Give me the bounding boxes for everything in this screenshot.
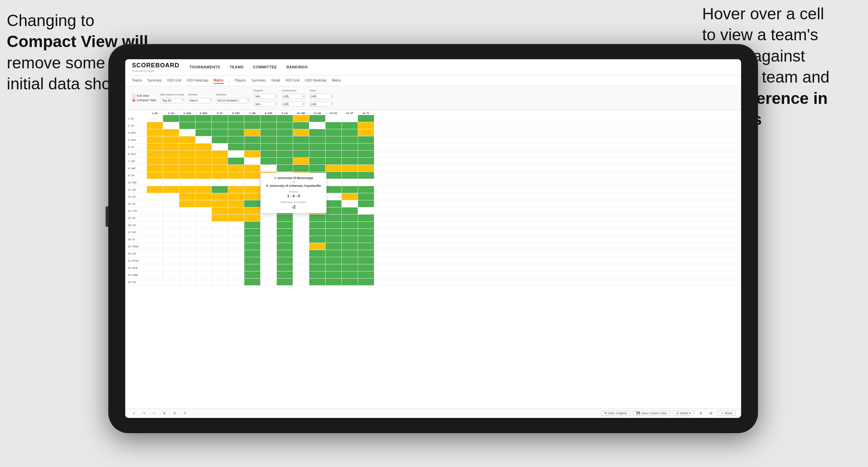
matrix-cell[interactable] [163,136,179,143]
matrix-cell[interactable] [293,143,309,150]
matrix-cell[interactable] [277,257,293,264]
matrix-cell[interactable] [293,129,309,136]
matrix-cell[interactable] [228,136,244,143]
matrix-cell[interactable] [163,264,179,271]
matrix-cell[interactable] [358,179,374,186]
matrix-cell[interactable] [261,136,277,143]
matrix-cell[interactable] [212,279,228,285]
matrix-cell[interactable] [163,172,179,179]
matrix-cell[interactable] [228,186,244,193]
matrix-cell[interactable] [309,122,326,129]
matrix-cell[interactable] [358,207,374,214]
matrix-cell[interactable] [228,264,244,271]
matrix-cell[interactable] [212,236,228,243]
matrix-cell[interactable] [342,193,358,200]
matrix-cell[interactable] [228,115,244,122]
nav-teams[interactable]: TEAMS [230,64,244,71]
sub-nav-matrix2[interactable]: Matrix [332,77,341,84]
team-select1[interactable]: (All) [309,94,333,99]
matrix-cell[interactable] [147,271,163,278]
matrix-cell[interactable] [342,264,358,271]
matrix-cell[interactable] [277,250,293,257]
matrix-cell[interactable] [342,122,358,129]
matrix-cell[interactable] [212,271,228,278]
matrix-cell[interactable] [277,243,293,250]
matrix-cell[interactable] [196,158,212,164]
matrix-cell[interactable] [358,271,374,278]
matrix-cell[interactable] [261,264,277,271]
matrix-cell[interactable] [326,279,342,285]
matrix-cell[interactable] [212,215,228,221]
matrix-cell[interactable] [358,186,374,193]
matrix-cell[interactable] [342,215,358,221]
matrix-cell[interactable] [163,243,179,250]
matrix-cell[interactable] [212,200,228,207]
matrix-cell[interactable] [179,236,196,243]
region-select1[interactable]: N/A [254,94,277,99]
matrix-cell[interactable] [212,172,228,179]
matrix-cell[interactable] [293,257,309,264]
matrix-cell[interactable] [228,222,244,228]
matrix-cell[interactable] [147,186,163,193]
matrix-cell[interactable] [358,136,374,143]
matrix-cell[interactable] [342,243,358,250]
matrix-cell[interactable] [358,122,374,129]
matrix-cell[interactable] [358,236,374,243]
matrix-cell[interactable] [147,257,163,264]
matrix-cell[interactable] [358,264,374,271]
matrix-cell[interactable] [293,151,309,157]
matrix-cell[interactable] [244,200,261,207]
matrix-cell[interactable] [261,122,277,129]
sub-nav-h2hgrid1[interactable]: H2H Grid [167,77,181,84]
matrix-cell[interactable] [228,158,244,164]
matrix-cell[interactable] [196,143,212,150]
matrix-cell[interactable] [228,143,244,150]
matrix-cell[interactable] [309,236,326,243]
save-custom-view-button[interactable]: 💾 Save Custom View [633,410,670,416]
matrix-cell[interactable] [147,229,163,236]
matrix-cell[interactable] [342,165,358,172]
matrix-cell[interactable] [196,136,212,143]
matrix-cell[interactable] [212,193,228,200]
matrix-cell[interactable] [196,129,212,136]
matrix-cell[interactable] [277,236,293,243]
matrix-cell[interactable] [179,158,196,164]
matrix-cell[interactable] [228,179,244,186]
matrix-cell[interactable] [358,250,374,257]
matrix-cell[interactable] [358,172,374,179]
sub-nav-players[interactable]: Players [235,77,246,84]
matrix-cell[interactable] [261,236,277,243]
matrix-cell[interactable] [212,243,228,250]
matrix-cell[interactable] [244,129,261,136]
matrix-cell[interactable] [358,165,374,172]
matrix-cell[interactable] [228,250,244,257]
matrix-cell[interactable] [196,200,212,207]
matrix-cell[interactable] [212,158,228,164]
matrix-cell[interactable] [163,215,179,221]
matrix-cell[interactable] [342,136,358,143]
matrix-cell[interactable] [244,257,261,264]
matrix-cell[interactable] [342,250,358,257]
matrix-cell[interactable] [326,158,342,164]
matrix-cell[interactable] [261,250,277,257]
matrix-cell[interactable] [179,136,196,143]
matrix-cell[interactable] [244,193,261,200]
matrix-cell[interactable] [179,151,196,157]
matrix-cell[interactable] [309,136,326,143]
conference-select2[interactable]: (All) [282,102,305,107]
matrix-cell[interactable] [326,215,342,221]
matrix-cell[interactable] [147,158,163,164]
matrix-cell[interactable] [293,158,309,164]
matrix-cell[interactable] [212,115,228,122]
matrix-cell[interactable] [147,207,163,214]
matrix-cell[interactable] [228,215,244,221]
grid-view-button[interactable]: ⊞ [708,411,714,416]
matrix-cell[interactable] [342,186,358,193]
matrix-cell[interactable] [179,229,196,236]
matrix-cell[interactable] [163,129,179,136]
matrix-cell[interactable] [277,271,293,278]
matrix-cell[interactable] [212,207,228,214]
matrix-cell[interactable] [228,129,244,136]
matrix-cell[interactable] [147,143,163,150]
matrix-cell[interactable] [244,186,261,193]
